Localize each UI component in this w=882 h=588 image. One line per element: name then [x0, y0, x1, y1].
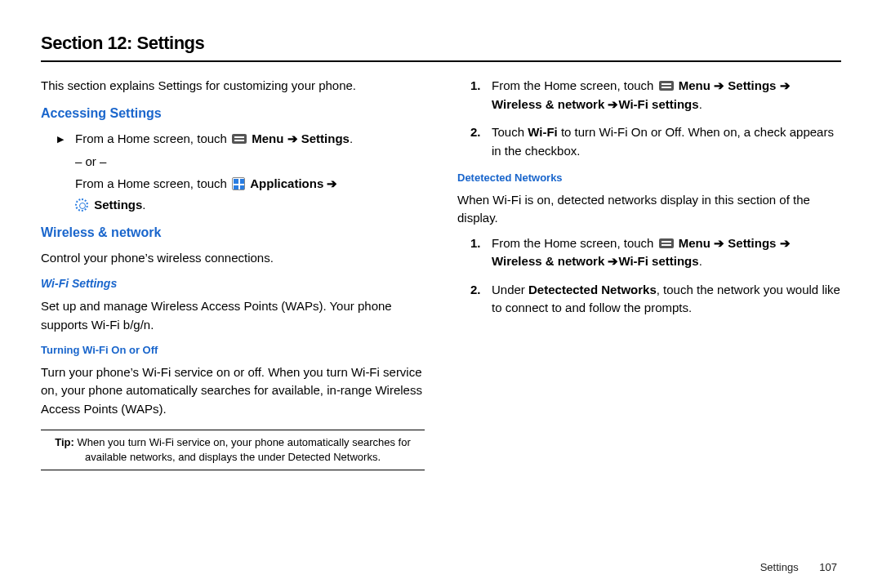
- wireless-network-label: Wireless & network: [492, 254, 604, 268]
- detected-networks-label: Detectected Networks: [528, 283, 657, 296]
- step-number: 1.: [470, 77, 481, 96]
- page-footer: Settings 107: [760, 561, 837, 573]
- menu-icon: [659, 238, 674, 248]
- menu-label: Menu: [679, 78, 710, 92]
- footer-label: Settings: [760, 561, 799, 573]
- arrow-icon: ➔: [604, 254, 618, 268]
- arrow-icon: ➔: [283, 131, 301, 145]
- arrow-icon: ➔: [604, 97, 618, 111]
- text: From a Home screen, touch: [75, 176, 230, 190]
- page-number: 107: [819, 561, 837, 573]
- left-column: This section explains Settings for custo…: [41, 77, 425, 470]
- settings-label: Settings: [728, 236, 776, 250]
- menu-icon: [232, 134, 247, 144]
- heading-turning-wifi: Turning Wi-Fi On or Off: [41, 342, 425, 359]
- wifi-settings-label: Wi-Fi settings: [618, 97, 698, 111]
- heading-accessing-settings: Accessing Settings: [41, 104, 425, 123]
- step-1: 1. From the Home screen, touch Menu ➔ Se…: [457, 77, 841, 114]
- section-title: Section 12: Settings: [41, 33, 841, 62]
- settings-label: Settings: [94, 198, 142, 212]
- wireless-desc: Control your phone’s wireless connection…: [41, 249, 425, 268]
- arrow-icon: ➔: [710, 236, 728, 250]
- detected-desc: When Wi-Fi is on, detected networks disp…: [457, 191, 841, 228]
- det-step-2: 2. Under Detectected Networks, touch the…: [457, 281, 841, 318]
- menu-label: Menu: [252, 131, 283, 145]
- heading-wifi-settings: Wi-Fi Settings: [41, 275, 425, 292]
- menu-label: Menu: [679, 236, 710, 250]
- content-columns: This section explains Settings for custo…: [41, 77, 841, 470]
- gear-icon: [75, 198, 88, 212]
- heading-wireless-network: Wireless & network: [41, 223, 425, 243]
- wireless-network-label: Wireless & network: [492, 97, 604, 111]
- tip-label: Tip:: [55, 436, 74, 448]
- dot: .: [699, 254, 702, 268]
- text: From the Home screen, touch: [492, 236, 657, 250]
- settings-label: Settings: [728, 78, 776, 92]
- alt-line: From a Home screen, touch Applications ➔: [41, 175, 425, 194]
- arrow-icon: ➔: [323, 176, 337, 190]
- bullet-triangle-icon: ▶: [57, 132, 64, 146]
- applications-label: Applications: [250, 176, 323, 190]
- arrow-icon: ➔: [776, 78, 790, 92]
- arrow-icon: ➔: [710, 78, 728, 92]
- wifi-label: Wi-Fi: [528, 125, 558, 139]
- menu-icon: [659, 81, 674, 91]
- dot: .: [142, 198, 145, 212]
- det-step-1: 1. From the Home screen, touch Menu ➔ Se…: [457, 234, 841, 271]
- tip-box: Tip: When you turn Wi-Fi service on, you…: [41, 430, 425, 470]
- bullet-item: ▶ From a Home screen, touch Menu ➔ Setti…: [41, 130, 425, 149]
- wifi-desc: Set up and manage Wireless Access Points…: [41, 297, 425, 334]
- text: Under: [492, 283, 528, 296]
- text: From the Home screen, touch: [492, 78, 657, 92]
- settings-label: Settings: [301, 131, 350, 145]
- intro-text: This section explains Settings for custo…: [41, 77, 425, 96]
- dot: .: [350, 131, 353, 145]
- text: From a Home screen, touch: [75, 131, 230, 145]
- text: Touch: [492, 125, 528, 139]
- heading-detected-networks: Detetected Networks: [457, 170, 841, 186]
- arrow-icon: ➔: [776, 236, 790, 250]
- wifi-settings-label: Wi-Fi settings: [618, 254, 698, 268]
- step-number: 2.: [470, 123, 481, 142]
- turning-wifi-desc: Turn your phone’s Wi-Fi service on or of…: [41, 363, 425, 419]
- step-number: 2.: [470, 281, 481, 300]
- step-2: 2. Touch Wi-Fi to turn Wi-Fi On or Off. …: [457, 123, 841, 160]
- or-separator: – or –: [41, 153, 425, 172]
- applications-icon: [232, 177, 245, 190]
- tip-text: When you turn Wi-Fi service on, your pho…: [74, 436, 411, 463]
- right-column: 1. From the Home screen, touch Menu ➔ Se…: [457, 77, 841, 470]
- alt-line-2: Settings.: [41, 196, 425, 215]
- step-number: 1.: [470, 234, 481, 253]
- dot: .: [699, 97, 702, 111]
